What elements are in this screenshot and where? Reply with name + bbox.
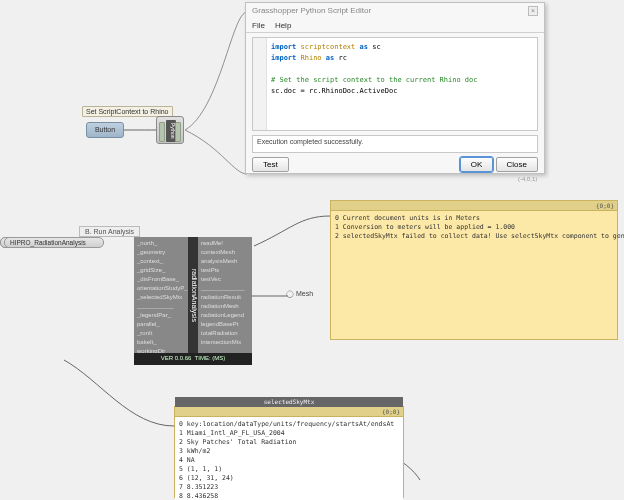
- component-name: radiationAnalysis: [188, 237, 198, 353]
- code-gutter: [253, 38, 267, 130]
- radiation-component[interactable]: _north_ _geometry _context_ _gridSize_ _…: [134, 237, 252, 365]
- python-core-label: Python: [166, 120, 176, 142]
- component-inputs: _north_ _geometry _context_ _gridSize_ _…: [134, 237, 188, 353]
- python-editor-window: Grasshopper Python Script Editor × File …: [245, 2, 545, 174]
- component-footer: VER 0.0.66 TIME: (MS): [134, 353, 252, 365]
- code-editor[interactable]: import scriptcontext as sc import Rhino …: [252, 37, 538, 131]
- panel-coord: {0;0}: [382, 408, 400, 415]
- param-project[interactable]: HIPRO_RadiationAnalysis: [4, 237, 104, 248]
- menu-file[interactable]: File: [252, 21, 265, 30]
- component-outputs: readMe! contextMesh analysisMesh testPts…: [198, 237, 252, 353]
- ok-button[interactable]: OK: [460, 157, 494, 172]
- python-component[interactable]: Python: [156, 116, 184, 144]
- editor-status: Execution completed successfully.: [252, 135, 538, 153]
- editor-title: Grasshopper Python Script Editor: [252, 6, 371, 16]
- canvas-coord: (-4,0,1): [518, 176, 537, 182]
- cluster-title: B. Run Analysis: [79, 226, 140, 237]
- mesh-output[interactable]: Mesh: [286, 290, 316, 302]
- readme-panel[interactable]: {0;0} 0 Current document units is in Met…: [330, 200, 618, 340]
- menu-help[interactable]: Help: [275, 21, 291, 30]
- close-icon[interactable]: ×: [528, 6, 538, 16]
- code-text: import scriptcontext as sc import Rhino …: [271, 42, 533, 97]
- close-button[interactable]: Close: [496, 157, 538, 172]
- button-component[interactable]: Button: [86, 122, 124, 138]
- skymtx-panel[interactable]: selectedSkyMtx {0;0} 0 key:location/data…: [174, 406, 404, 498]
- panel-coord: {0;0}: [596, 202, 614, 209]
- panel-body: 0 key:location/dataType/units/frequency/…: [175, 417, 403, 500]
- test-button[interactable]: Test: [252, 157, 289, 172]
- editor-menubar: File Help: [246, 19, 544, 33]
- panel-body: 0 Current document units is in Meters 1 …: [331, 211, 617, 244]
- panel-title: selectedSkyMtx: [175, 397, 403, 407]
